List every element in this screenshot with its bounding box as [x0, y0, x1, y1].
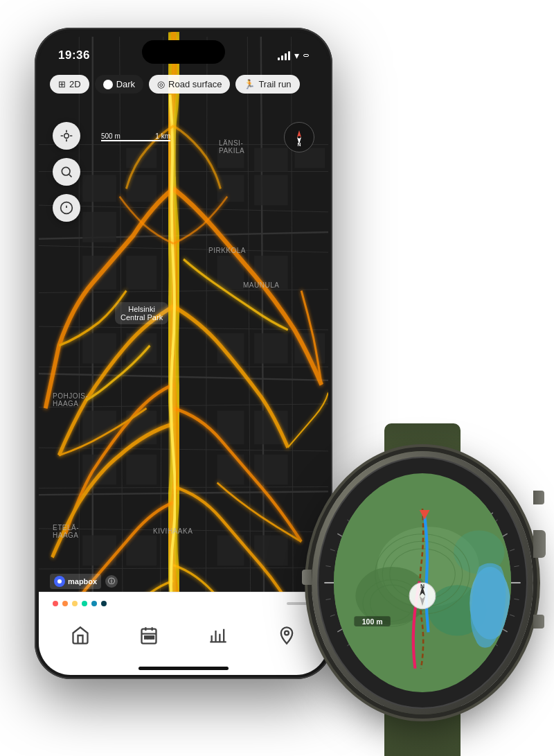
- location-button[interactable]: [53, 122, 80, 150]
- park-label-text: HelsinkiCentral Park: [120, 305, 163, 322]
- home-bar: [138, 667, 229, 670]
- chip-trail[interactable]: 🏃 Trail run: [235, 75, 299, 94]
- svg-line-106: [325, 565, 330, 566]
- tab-bar: [39, 592, 328, 675]
- tab-home[interactable]: [71, 626, 90, 645]
- dots-row: [39, 592, 328, 609]
- watch-device: // This won't execute in SVG, so hardcod…: [312, 451, 533, 714]
- tab-stats[interactable]: [208, 626, 228, 645]
- phone-screen: 19:36 ▾: [39, 32, 328, 675]
- watch-left-btn: [302, 570, 312, 585]
- mapbox-text: mapbox: [68, 577, 97, 586]
- svg-rect-67: [145, 636, 148, 639]
- map-icon: ⊞: [58, 79, 66, 89]
- home-indicator: [39, 661, 328, 675]
- watch-screen: N 100 m: [334, 473, 511, 692]
- svg-text:N: N: [297, 142, 301, 147]
- watch-crown: [533, 530, 546, 558]
- chip-dark[interactable]: Dark: [95, 75, 143, 94]
- map-chips: ⊞ 2D Dark ◎ Road surface 🏃 Trail run: [50, 75, 317, 94]
- watch-map-svg: N 100 m: [334, 473, 511, 692]
- dot-dark: [101, 601, 107, 606]
- battery-icon: [303, 54, 309, 57]
- park-label: HelsinkiCentral Park: [115, 302, 168, 324]
- dynamic-island: [142, 40, 225, 64]
- road-icon: ◎: [157, 79, 165, 89]
- mapbox-info[interactable]: ⓘ: [105, 575, 118, 588]
- status-icons: ▾: [278, 50, 309, 61]
- dot-yellow: [72, 601, 78, 606]
- phone-device: 19:36 ▾: [35, 28, 332, 679]
- dot-red: [53, 601, 58, 606]
- tab-location[interactable]: [277, 626, 296, 645]
- watch-btn-bottom: [533, 615, 544, 628]
- map-controls: [53, 122, 80, 222]
- dot-green: [82, 601, 87, 606]
- tab-calendar[interactable]: [139, 626, 159, 645]
- chip-road-label: Road surface: [168, 79, 222, 89]
- dots: [53, 601, 107, 606]
- scale-label-2: 1 km: [155, 132, 170, 140]
- chip-road[interactable]: ◎ Road surface: [149, 75, 230, 94]
- info-button[interactable]: [53, 194, 80, 222]
- tabs: [39, 609, 328, 661]
- svg-rect-69: [152, 636, 154, 639]
- svg-marker-58: [297, 130, 301, 137]
- chip-dark-label: Dark: [116, 79, 135, 89]
- trail-icon: 🏃: [244, 79, 255, 89]
- dot-orange: [62, 601, 68, 606]
- scale-bar: 500 m 1 km: [101, 132, 170, 141]
- watch-case: // This won't execute in SVG, so hardcod…: [312, 451, 533, 714]
- svg-point-62: [57, 579, 62, 583]
- wifi-icon: ▾: [294, 50, 299, 61]
- svg-point-55: [64, 134, 69, 139]
- chip-trail-label: Trail run: [258, 79, 291, 89]
- svg-point-56: [62, 167, 70, 175]
- svg-line-93: [514, 565, 519, 566]
- mapbox-attribution: mapbox ⓘ: [50, 574, 118, 589]
- map-background[interactable]: ⊞ 2D Dark ◎ Road surface 🏃 Trail run: [39, 32, 328, 675]
- svg-text:N: N: [420, 583, 425, 590]
- watch-btn-top: [533, 491, 544, 504]
- scale-labels: 500 m 1 km: [101, 132, 170, 140]
- search-button[interactable]: [53, 158, 80, 186]
- page-indicator: [287, 602, 314, 605]
- chip-2d-label: 2D: [69, 79, 81, 89]
- status-time: 19:36: [58, 49, 90, 62]
- svg-point-75: [285, 631, 289, 635]
- mapbox-logo: mapbox: [50, 574, 101, 589]
- compass: N: [284, 122, 314, 152]
- svg-text:100 m: 100 m: [362, 618, 383, 626]
- signal-icon: [278, 51, 290, 60]
- svg-line-105: [325, 599, 330, 599]
- watch-bezel: // This won't execute in SVG, so hardcod…: [317, 457, 528, 709]
- dark-icon: [103, 80, 113, 89]
- svg-rect-68: [148, 636, 151, 639]
- scale-label-1: 500 m: [101, 132, 120, 140]
- svg-line-94: [514, 599, 519, 599]
- dot-blue: [91, 601, 97, 606]
- scale-line: [101, 140, 170, 141]
- chip-2d[interactable]: ⊞ 2D: [50, 75, 89, 94]
- scene: 19:36 ▾: [0, 0, 554, 756]
